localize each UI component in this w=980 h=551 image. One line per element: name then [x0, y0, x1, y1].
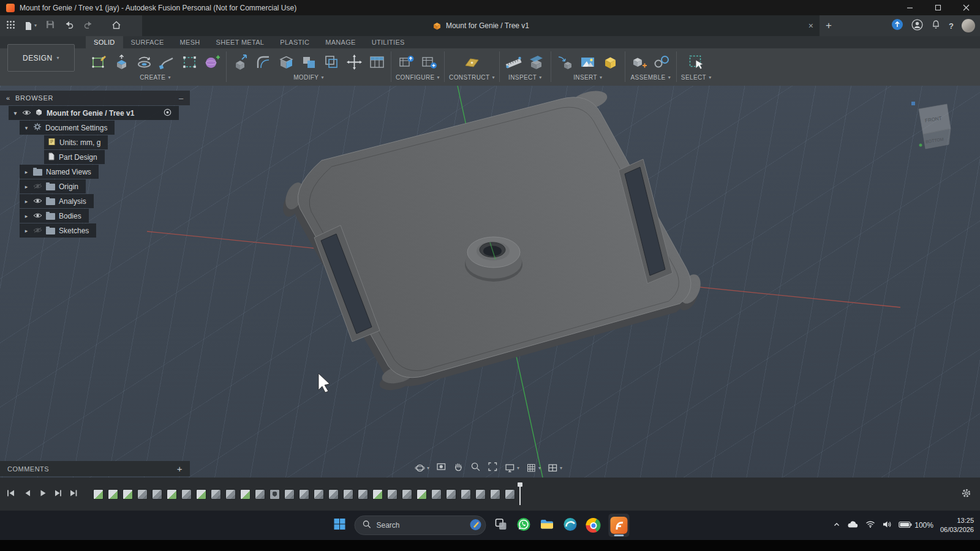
- timeline-hole-feature[interactable]: [270, 489, 280, 500]
- timeline-extrude-feature[interactable]: [461, 489, 471, 500]
- measure-icon[interactable]: [504, 51, 524, 72]
- eye-hidden-icon[interactable]: [33, 182, 42, 191]
- zoom-icon[interactable]: [470, 462, 481, 474]
- browser-item-named-views[interactable]: ▸ Named Views: [20, 165, 99, 179]
- sweep-icon[interactable]: [157, 51, 176, 72]
- construct-plane-icon[interactable]: [462, 51, 481, 72]
- revolve-icon[interactable]: [134, 51, 154, 72]
- tab-plastic[interactable]: PLASTIC: [272, 36, 317, 48]
- workspace-switcher[interactable]: DESIGN▾: [7, 44, 75, 72]
- account-icon[interactable]: [911, 19, 923, 33]
- timeline-sketch-feature[interactable]: [108, 489, 118, 500]
- mcmaster-icon[interactable]: [601, 51, 620, 72]
- browser-item-part-design[interactable]: Part Design: [44, 150, 105, 164]
- move-copy-icon[interactable]: [344, 51, 364, 72]
- close-tab-icon[interactable]: ×: [809, 21, 813, 31]
- timeline-sketch-feature[interactable]: [372, 489, 383, 500]
- redo-icon[interactable]: [83, 20, 94, 31]
- job-status-icon[interactable]: [891, 18, 903, 33]
- timeline-extrude-feature[interactable]: [225, 489, 236, 500]
- viewport-3d[interactable]: FRONT BOTTOM « BROWSER – ▾ Mount for Gen…: [0, 86, 980, 478]
- new-component-icon[interactable]: [630, 51, 649, 72]
- timeline-extrude-feature[interactable]: [328, 489, 339, 500]
- configure-dropdown[interactable]: CONFIGURE▾: [396, 74, 440, 81]
- expand-arrow-icon[interactable]: ▸: [23, 213, 29, 219]
- change-parameters-icon[interactable]: [367, 51, 386, 72]
- home-icon[interactable]: [111, 20, 121, 32]
- tab-mesh[interactable]: MESH: [172, 36, 208, 48]
- undo-icon[interactable]: [64, 20, 74, 31]
- file-explorer-icon[interactable]: [539, 517, 554, 534]
- insert-derive-icon[interactable]: [556, 51, 575, 72]
- timeline-extrude-feature[interactable]: [284, 489, 295, 500]
- canvas-icon[interactable]: [578, 51, 598, 72]
- chrome-icon[interactable]: [586, 518, 600, 533]
- timeline-settings-icon[interactable]: [961, 488, 971, 501]
- timeline-extrude-feature[interactable]: [299, 489, 309, 500]
- orbit-icon[interactable]: ▾: [415, 463, 429, 473]
- activate-radio-icon[interactable]: [164, 108, 172, 118]
- browser-item-root-component[interactable]: ▾ Mount for Genie / Tree v1: [9, 106, 179, 120]
- model-mount-plate[interactable]: [279, 88, 704, 393]
- shell-icon[interactable]: [276, 51, 296, 72]
- notifications-bell-icon[interactable]: [931, 20, 941, 32]
- play-icon[interactable]: [38, 489, 47, 500]
- tab-utilities[interactable]: UTILITIES: [364, 36, 413, 48]
- timeline-extrude-feature[interactable]: [343, 489, 353, 500]
- whatsapp-icon[interactable]: [516, 517, 531, 534]
- timeline-extrude-feature[interactable]: [446, 489, 456, 500]
- timeline-sketch-feature[interactable]: [123, 489, 133, 500]
- expand-arrow-icon[interactable]: ▾: [12, 110, 18, 116]
- timeline-sketch-feature[interactable]: [240, 489, 251, 500]
- browser-item-sketches[interactable]: ▸ Sketches: [20, 223, 96, 238]
- tab-surface[interactable]: SURFACE: [123, 36, 172, 48]
- grid-settings-icon[interactable]: ▾: [526, 463, 541, 473]
- fillet-icon[interactable]: [254, 51, 273, 72]
- new-tab-button[interactable]: +: [826, 20, 832, 32]
- eye-icon[interactable]: [33, 197, 42, 206]
- timeline-extrude-feature[interactable]: [137, 489, 148, 500]
- wifi-icon[interactable]: [865, 520, 875, 530]
- timeline-extrude-feature[interactable]: [211, 489, 221, 500]
- configure-icon[interactable]: [397, 51, 417, 72]
- save-icon[interactable]: [46, 20, 55, 31]
- offset-face-icon[interactable]: [322, 51, 341, 72]
- start-button[interactable]: [333, 517, 346, 533]
- inspect-dropdown[interactable]: INSPECT▾: [508, 74, 542, 81]
- tab-manage[interactable]: MANAGE: [317, 36, 363, 48]
- eye-hidden-icon[interactable]: [33, 227, 42, 235]
- timeline-extrude-feature[interactable]: [490, 489, 500, 500]
- expand-arrow-icon[interactable]: ▸: [23, 198, 29, 204]
- browser-item-origin[interactable]: ▸ Origin: [20, 179, 86, 193]
- go-to-end-icon[interactable]: [69, 489, 78, 500]
- apps-grid-icon[interactable]: [6, 20, 15, 32]
- eye-icon[interactable]: [33, 212, 42, 220]
- timeline-position-marker[interactable]: [519, 483, 521, 505]
- insert-dropdown[interactable]: INSERT▾: [573, 74, 602, 81]
- step-back-icon[interactable]: [23, 489, 31, 500]
- battery-status[interactable]: 100%: [899, 521, 933, 530]
- timeline-sketch-feature[interactable]: [196, 489, 206, 500]
- browser-header[interactable]: « BROWSER –: [0, 91, 190, 105]
- select-icon[interactable]: [687, 51, 706, 72]
- create-form-icon[interactable]: [202, 51, 222, 72]
- browser-item-units[interactable]: Units: mm, g: [44, 135, 108, 149]
- timeline-extrude-feature[interactable]: [152, 489, 162, 500]
- timeline-extrude-feature[interactable]: [181, 489, 192, 500]
- timeline-sketch-feature[interactable]: [417, 489, 427, 500]
- tab-solid[interactable]: SOLID: [86, 36, 123, 48]
- tab-sheet-metal[interactable]: SHEET METAL: [208, 36, 273, 48]
- go-to-start-icon[interactable]: [6, 489, 16, 500]
- press-pull-icon[interactable]: [231, 51, 251, 72]
- file-menu-icon[interactable]: ▾: [24, 21, 37, 31]
- minimize-panel-icon[interactable]: –: [179, 94, 184, 103]
- modify-dropdown[interactable]: MODIFY▾: [293, 74, 324, 81]
- document-tab[interactable]: Mount for Genie / Tree v1: [432, 21, 529, 31]
- create-dropdown[interactable]: CREATE▾: [140, 74, 171, 81]
- pan-icon[interactable]: [453, 462, 464, 474]
- maximize-button[interactable]: [924, 0, 952, 15]
- look-at-icon[interactable]: [436, 462, 447, 474]
- help-icon[interactable]: ?: [949, 21, 954, 31]
- close-button[interactable]: [952, 0, 980, 15]
- edge-icon[interactable]: [562, 517, 578, 534]
